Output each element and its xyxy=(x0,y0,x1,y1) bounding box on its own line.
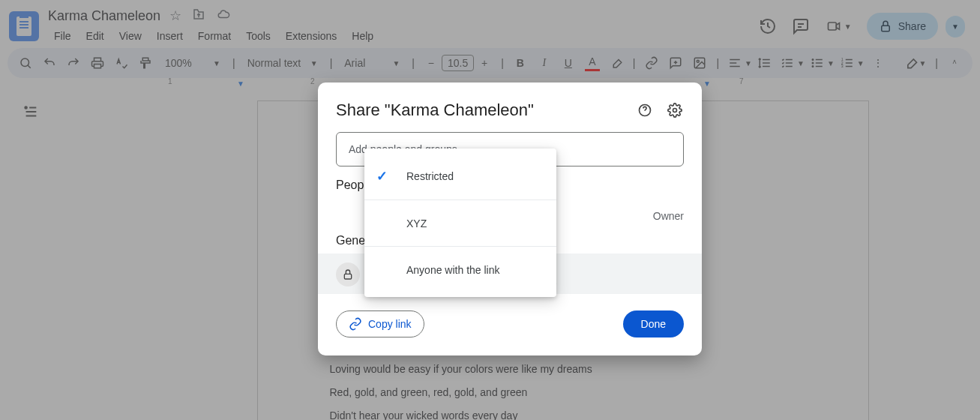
access-option-anyone[interactable]: Anyone with the link xyxy=(364,246,556,292)
done-label: Done xyxy=(641,318,666,330)
svg-rect-15 xyxy=(344,274,351,279)
access-option-org[interactable]: XYZ xyxy=(364,200,556,246)
svg-point-14 xyxy=(673,109,677,112)
copy-link-label: Copy link xyxy=(368,318,412,330)
help-icon[interactable] xyxy=(636,101,654,119)
access-option-restricted[interactable]: ✓ Restricted xyxy=(364,153,556,200)
check-icon: ✓ xyxy=(376,168,406,184)
owner-label: Owner xyxy=(653,210,684,222)
copy-link-button[interactable]: Copy link xyxy=(336,310,424,338)
access-level-menu: ✓ Restricted XYZ Anyone with the link xyxy=(364,148,556,297)
settings-icon[interactable] xyxy=(666,101,684,119)
lock-icon xyxy=(336,262,360,286)
done-button[interactable]: Done xyxy=(623,310,684,338)
share-dialog-title: Share "Karma Chameleon" xyxy=(336,100,624,120)
